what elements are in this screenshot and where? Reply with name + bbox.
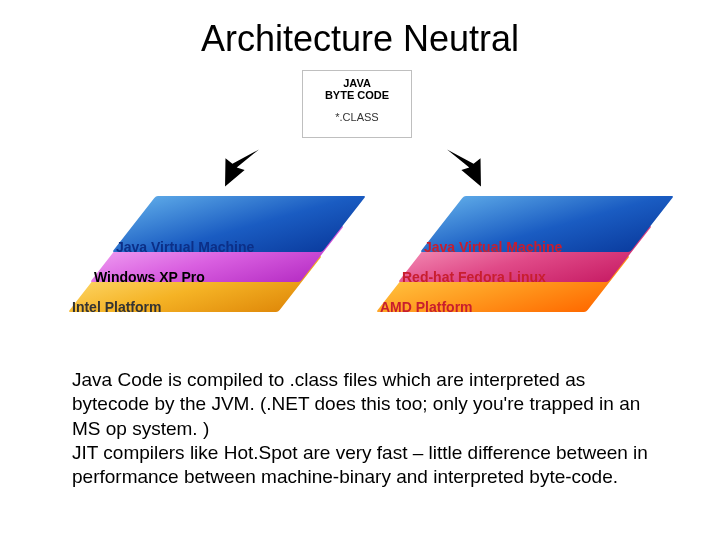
arrow-to-right-stack — [431, 135, 497, 201]
bytecode-box: JAVA BYTE CODE *.CLASS — [302, 70, 412, 138]
bytecode-ext: *.CLASS — [303, 111, 411, 123]
left-jvm-label: Java Virtual Machine — [116, 239, 254, 255]
right-jvm-layer: Java Virtual Machine — [442, 196, 652, 252]
left-jvm-layer: Java Virtual Machine — [134, 196, 344, 252]
bytecode-line2: BYTE CODE — [303, 89, 411, 101]
architecture-diagram: JAVA BYTE CODE *.CLASS Java Virtual Mach… — [0, 60, 720, 340]
right-os-label: Red-hat Fedora Linux — [402, 269, 546, 285]
body-paragraph: Java Code is compiled to .class files wh… — [72, 368, 662, 490]
right-jvm-label: Java Virtual Machine — [424, 239, 562, 255]
left-os-label: Windows XP Pro — [94, 269, 205, 285]
bytecode-line1: JAVA — [303, 77, 411, 89]
arrow-to-left-stack — [209, 135, 275, 201]
left-hw-label: Intel Platform — [72, 299, 161, 315]
right-hw-label: AMD Platform — [380, 299, 473, 315]
left-stack: Java Virtual Machine Windows XP Pro Inte… — [90, 196, 330, 326]
right-stack: Java Virtual Machine Red-hat Fedora Linu… — [398, 196, 638, 326]
slide-title: Architecture Neutral — [0, 18, 720, 60]
